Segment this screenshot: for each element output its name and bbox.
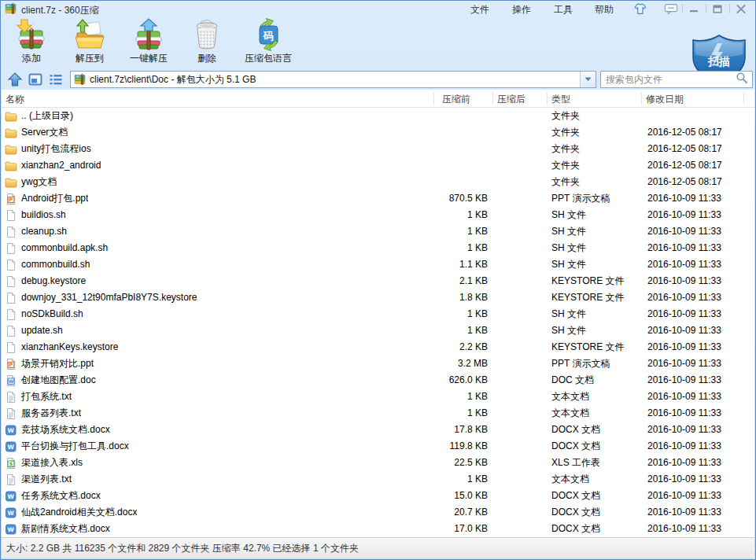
extract-to-button[interactable]: 解压到 bbox=[64, 18, 116, 67]
file-row[interactable]: Server文档 文件夹 2016-12-05 08:17 bbox=[2, 124, 754, 141]
file-name: buildios.sh bbox=[21, 207, 66, 223]
menu-operation[interactable]: 操作 bbox=[512, 3, 531, 17]
folder-icon bbox=[5, 110, 17, 123]
file-row[interactable]: S 渠道接入表.xls 22.5 KB XLS 工作表 2016-10-09 1… bbox=[2, 455, 754, 471]
status-bar: 大小: 2.2 GB 共 116235 个文件和 2829 个文件夹 压缩率 4… bbox=[2, 537, 754, 558]
search-input[interactable] bbox=[601, 72, 736, 87]
file-name: 创建地图配置.doc bbox=[21, 372, 96, 389]
file-size-before: 1 KB bbox=[434, 223, 488, 240]
file-row[interactable]: W 仙战2android相关文档.docx 20.7 KB DOCX 文档 20… bbox=[2, 504, 754, 521]
file-size-after bbox=[488, 108, 548, 124]
file-date: 2016-10-09 11:33 bbox=[644, 289, 754, 306]
file-row[interactable]: buildios.sh 1 KB SH 文件 2016-10-09 11:33 bbox=[2, 207, 754, 223]
file-row[interactable]: P Android打包.ppt 870.5 KB PPT 演示文稿 2016-1… bbox=[2, 190, 754, 207]
file-name: commonbuild.apk.sh bbox=[21, 240, 108, 256]
file-row[interactable]: 打包系统.txt 1 KB 文本文档 2016-10-09 11:33 bbox=[2, 389, 754, 405]
folder-icon bbox=[5, 127, 17, 139]
one-click-extract-button[interactable]: 一键解压 bbox=[120, 18, 177, 67]
xls-icon: S bbox=[5, 457, 17, 470]
file-row[interactable]: unity打包流程ios 文件夹 2016-12-05 08:17 bbox=[2, 141, 754, 157]
address-dropdown-button[interactable] bbox=[580, 72, 596, 87]
archive-icon bbox=[74, 73, 87, 86]
view-panel-button[interactable] bbox=[27, 71, 44, 88]
file-size-after bbox=[488, 438, 548, 455]
close-button[interactable] bbox=[732, 2, 750, 15]
docx-icon: W bbox=[5, 490, 17, 503]
file-date: 2016-10-09 11:33 bbox=[644, 422, 754, 438]
file-row[interactable]: commonbuild.apk.sh 1 KB SH 文件 2016-10-09… bbox=[2, 240, 754, 256]
svg-text:W: W bbox=[9, 378, 14, 384]
file-row[interactable]: W 平台切换与打包工具.docx 119.8 KB DOCX 文档 2016-1… bbox=[2, 438, 754, 455]
svg-text:W: W bbox=[8, 444, 15, 451]
file-size-before: 119.8 KB bbox=[434, 438, 488, 455]
up-button[interactable] bbox=[6, 71, 24, 88]
file-row[interactable]: xianzhan2_android 文件夹 2016-12-05 08:17 bbox=[2, 157, 754, 174]
file-name: Android打包.ppt bbox=[21, 190, 88, 207]
list-view-icon bbox=[48, 72, 64, 87]
column-header-type[interactable]: 类型 bbox=[551, 93, 570, 106]
file-name: xianzhan2_android bbox=[21, 157, 101, 174]
ppt-icon: P bbox=[5, 193, 17, 205]
file-row[interactable]: W 竞技场系统文档.docx 17.8 KB DOCX 文档 2016-10-0… bbox=[2, 422, 754, 438]
delete-button[interactable]: 删除 bbox=[180, 18, 234, 67]
file-row[interactable]: ywg文档 文件夹 2016-12-05 08:17 bbox=[2, 174, 754, 190]
file-size-before bbox=[434, 174, 488, 190]
menu-file[interactable]: 文件 bbox=[470, 3, 489, 17]
file-size-before: 3.2 MB bbox=[434, 356, 488, 372]
file-row[interactable]: debug.keystore 2.1 KB KEYSTORE 文件 2016-1… bbox=[2, 273, 754, 289]
file-size-before: 2.1 KB bbox=[434, 273, 488, 289]
address-bar[interactable]: client.7z\client\Doc - 解包大小为 5.1 GB bbox=[70, 71, 596, 88]
file-size-before: 20.7 KB bbox=[434, 504, 488, 521]
file-row[interactable]: xianzhanKeys.keystore 2.2 KB KEYSTORE 文件… bbox=[2, 339, 754, 356]
file-icon bbox=[5, 242, 17, 255]
file-size-after bbox=[488, 273, 548, 289]
file-size-before: 1 KB bbox=[434, 471, 488, 488]
file-row[interactable]: 渠道列表.txt 1 KB 文本文档 2016-10-09 11:33 bbox=[2, 471, 754, 488]
file-row[interactable]: commonbuild.sh 1.1 KB SH 文件 2016-10-09 1… bbox=[2, 256, 754, 273]
archive-language-button[interactable]: 码 压缩包语言 bbox=[235, 18, 301, 67]
add-button[interactable]: 添加 bbox=[7, 18, 56, 67]
minimize-icon bbox=[689, 5, 699, 13]
file-list: .. (上级目录) 文件夹 Server文档 文件夹 2016-12-05 08… bbox=[2, 108, 754, 538]
file-list-panel: 名称 压缩前 压缩后 类型 修改日期 .. (上级目录) 文件夹 bbox=[2, 90, 754, 538]
file-row[interactable]: W 创建地图配置.doc 626.0 KB DOC 文档 2016-10-09 … bbox=[2, 372, 754, 389]
column-header-size-before[interactable]: 压缩前 bbox=[442, 93, 470, 106]
skin-button[interactable] bbox=[631, 2, 648, 15]
file-row[interactable]: P 场景开销对比.ppt 3.2 MB PPT 演示文稿 2016-10-09 … bbox=[2, 356, 754, 372]
file-row[interactable]: W 新剧情系统文档.docx 17.0 KB DOCX 文档 2016-10-0… bbox=[2, 521, 754, 537]
file-size-after bbox=[488, 521, 548, 537]
file-row[interactable]: downjoy_331_12t90mfaPbI8Y7S.keystore 1.8… bbox=[2, 289, 754, 306]
file-size-after bbox=[488, 356, 548, 372]
file-name: 新剧情系统文档.docx bbox=[21, 521, 110, 537]
file-type: XLS 工作表 bbox=[548, 455, 644, 471]
minimize-button[interactable] bbox=[685, 2, 703, 15]
docx-icon: W bbox=[5, 523, 17, 536]
file-size-before: 1 KB bbox=[434, 405, 488, 422]
search-box bbox=[600, 71, 753, 88]
file-name: downjoy_331_12t90mfaPbI8Y7S.keystore bbox=[21, 289, 197, 306]
file-size-after bbox=[488, 190, 548, 207]
file-row[interactable]: cleanup.sh 1 KB SH 文件 2016-10-09 11:33 bbox=[2, 223, 754, 240]
navigation-bar: client.7z\client\Doc - 解包大小为 5.1 GB bbox=[1, 70, 755, 89]
file-type: DOCX 文档 bbox=[548, 504, 644, 521]
file-size-after bbox=[488, 141, 548, 157]
maximize-button[interactable] bbox=[709, 2, 726, 15]
file-type: KEYSTORE 文件 bbox=[548, 339, 644, 356]
file-row[interactable]: noSDkBuild.sh 1 KB SH 文件 2016-10-09 11:3… bbox=[2, 306, 754, 322]
menu-tools[interactable]: 工具 bbox=[554, 3, 573, 17]
file-size-after bbox=[488, 422, 548, 438]
file-row[interactable]: .. (上级目录) 文件夹 bbox=[2, 108, 754, 124]
column-header-name[interactable]: 名称 bbox=[6, 93, 24, 106]
column-header-size-after[interactable]: 压缩后 bbox=[497, 93, 526, 106]
menu-help[interactable]: 帮助 bbox=[595, 3, 614, 17]
column-header-date[interactable]: 修改日期 bbox=[646, 93, 684, 106]
search-icon[interactable] bbox=[736, 72, 750, 87]
file-size-after bbox=[488, 289, 548, 306]
file-type: DOCX 文档 bbox=[548, 422, 644, 438]
list-view-button[interactable] bbox=[47, 71, 65, 88]
file-row[interactable]: W 任务系统文档.docx 15.0 KB DOCX 文档 2016-10-09… bbox=[2, 488, 754, 504]
feedback-button[interactable] bbox=[662, 2, 680, 15]
file-row[interactable]: 服务器列表.txt 1 KB 文本文档 2016-10-09 11:33 bbox=[2, 405, 754, 422]
file-row[interactable]: update.sh 1 KB SH 文件 2016-10-09 11:33 bbox=[2, 322, 754, 339]
tshirt-icon bbox=[632, 3, 647, 15]
